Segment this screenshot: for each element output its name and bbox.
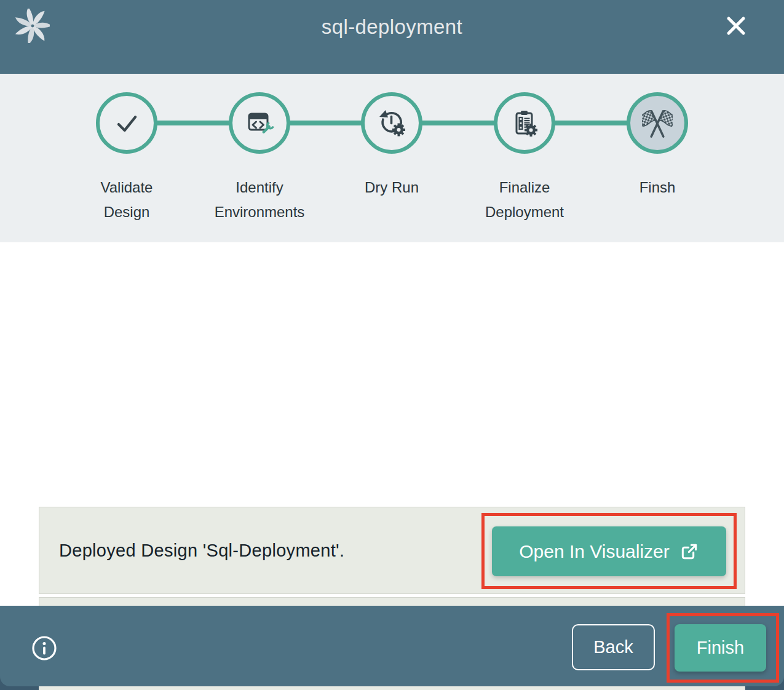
close-icon[interactable] [723, 13, 749, 39]
step-label: Identify Environments [210, 175, 309, 224]
step-label: Finalize Deployment [475, 175, 574, 224]
wizard-stepper: Validate Design Identify Env [0, 74, 784, 242]
modal-footer [0, 606, 784, 686]
finish-flags-icon [642, 108, 673, 138]
step-label: Validate Design [77, 175, 176, 224]
modal-header: sql-deployment [0, 0, 784, 74]
summary-message: Deployed Design 'Sql-Deployment'. [59, 541, 344, 561]
step-circle-finish [627, 92, 688, 154]
back-button-label: Back [593, 637, 633, 657]
clipboard-gear-icon [510, 108, 539, 138]
modal-title: sql-deployment [0, 15, 784, 39]
results-panel: Deployed Design 'Sql-Deployment'. ? Depl… [0, 242, 784, 606]
deployment-wizard-modal: sql-deployment Validate Design [0, 0, 784, 690]
open-in-new-icon [679, 542, 699, 561]
info-icon[interactable] [31, 635, 58, 662]
finish-button-label: Finish [697, 638, 744, 657]
back-button[interactable]: Back [572, 624, 655, 670]
step-circle-dry-run [361, 92, 422, 154]
step-label: Finsh [608, 175, 707, 200]
open-in-visualizer-label: Open In Visualizer [519, 541, 670, 562]
step-circle-finalize-deployment [494, 92, 555, 154]
code-wrench-icon [245, 108, 274, 138]
open-in-visualizer-button[interactable]: Open In Visualizer [492, 526, 726, 576]
step-circle-identify-environments [229, 92, 290, 154]
dry-run-sync-gear-icon [377, 108, 406, 138]
step-circle-validate-design [96, 92, 157, 154]
finish-button[interactable]: Finish [675, 624, 766, 672]
step-label: Dry Run [343, 175, 441, 200]
check-icon [111, 107, 143, 139]
